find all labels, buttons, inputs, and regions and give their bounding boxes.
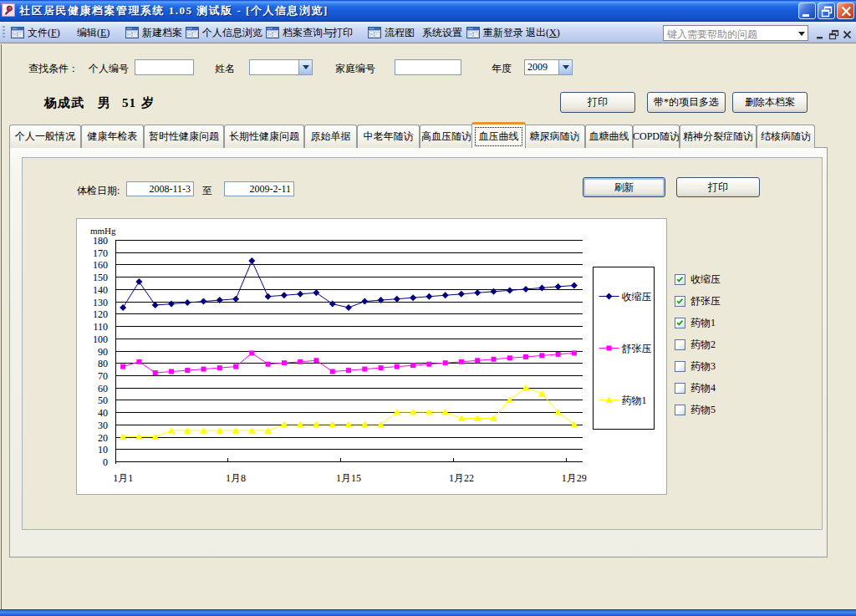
tab-label: 长期性健康问题 bbox=[229, 130, 299, 144]
series-toggle-row-药物2: 药物2 bbox=[675, 338, 716, 352]
date-from-input[interactable] bbox=[126, 181, 194, 196]
svg-text:180: 180 bbox=[93, 235, 108, 247]
form-icon bbox=[186, 26, 199, 39]
check-icon bbox=[675, 275, 685, 284]
tab-label: 血糖曲线 bbox=[589, 130, 629, 144]
family-id-input[interactable] bbox=[395, 59, 461, 75]
svg-text:110: 110 bbox=[93, 321, 108, 333]
exam-date-label: 体检日期: bbox=[77, 184, 120, 198]
tab-label: 结核病随访 bbox=[761, 130, 811, 144]
chart-groupbox: 体检日期: 至 刷新 打印 01020304050607080901001101… bbox=[22, 157, 823, 530]
svg-text:150: 150 bbox=[93, 272, 108, 283]
svg-text:170: 170 bbox=[93, 247, 108, 259]
tab-label: 暂时性健康问题 bbox=[149, 130, 219, 144]
svg-text:40: 40 bbox=[98, 407, 108, 419]
svg-text:20: 20 bbox=[98, 432, 108, 444]
svg-text:舒张压: 舒张压 bbox=[622, 343, 652, 354]
series-toggle-row-药物5: 药物5 bbox=[675, 403, 716, 417]
tab-长期性健康问题[interactable]: 长期性健康问题 bbox=[224, 125, 304, 148]
client-area: 查找条件： 个人编号 姓名 家庭编号 年度 2009 杨成武男51岁 打印 带*… bbox=[0, 44, 856, 609]
menu-item-3[interactable]: 个人信息浏览 bbox=[186, 23, 262, 42]
menu-item-4[interactable]: 档案查询与打印 bbox=[266, 23, 353, 42]
check-icon bbox=[675, 297, 685, 306]
mdi-close-button[interactable] bbox=[842, 29, 853, 40]
window-bottom-border bbox=[0, 609, 856, 616]
multiselect-button[interactable]: 带*的项目多选 bbox=[647, 92, 726, 113]
menu-item-label: 新建档案 bbox=[142, 26, 182, 40]
menu-item-0[interactable]: 文件(F) bbox=[11, 23, 60, 42]
tab-label: COPD随访 bbox=[633, 130, 680, 144]
checkbox-药物1-checked[interactable] bbox=[675, 318, 685, 328]
mdi-minimize-button[interactable] bbox=[815, 29, 826, 40]
search-prefix-label: 查找条件： bbox=[28, 62, 79, 76]
restore-button[interactable] bbox=[818, 3, 835, 19]
year-combobox[interactable]: 2009 bbox=[524, 59, 573, 75]
tab-健康年检表[interactable]: 健康年检表 bbox=[81, 125, 144, 148]
delete-record-button[interactable]: 删除本档案 bbox=[732, 92, 808, 113]
personal-id-input[interactable] bbox=[135, 59, 194, 75]
series-toggle-row-药物3: 药物3 bbox=[675, 359, 716, 374]
chevron-down-icon[interactable] bbox=[798, 32, 805, 39]
svg-text:1月15: 1月15 bbox=[336, 472, 361, 484]
checkbox-药物2-unchecked[interactable] bbox=[675, 339, 685, 350]
menu-item-2[interactable]: 新建档案 bbox=[125, 23, 182, 42]
series-toggle-label: 收缩压 bbox=[690, 272, 721, 287]
tab-page: 体检日期: 至 刷新 打印 01020304050607080901001101… bbox=[9, 147, 828, 557]
tab-暂时性健康问题[interactable]: 暂时性健康问题 bbox=[144, 125, 224, 148]
tab-strip: 个人一般情况健康年检表暂时性健康问题长期性健康问题原始单据中老年随访高血压随访血… bbox=[9, 122, 815, 148]
tab-血压曲线[interactable]: 血压曲线 bbox=[471, 122, 526, 148]
menu-item-1[interactable]: 编辑(E) bbox=[77, 23, 110, 42]
personal-id-label: 个人编号 bbox=[89, 62, 129, 76]
menu-item-label: 档案查询与打印 bbox=[283, 26, 353, 40]
svg-text:药物1: 药物1 bbox=[622, 395, 647, 406]
patient-info: 杨成武男51岁 bbox=[44, 95, 155, 111]
svg-text:100: 100 bbox=[93, 333, 108, 345]
date-to-input[interactable] bbox=[224, 181, 294, 196]
close-button[interactable] bbox=[837, 3, 854, 19]
series-toggle-row-舒张压: 舒张压 bbox=[675, 294, 721, 308]
minimize-button[interactable] bbox=[798, 3, 816, 19]
tab-个人一般情况[interactable]: 个人一般情况 bbox=[9, 125, 81, 148]
tab-COPD随访[interactable]: COPD随访 bbox=[633, 125, 680, 148]
chart-canvas: 0102030405060708090100110120130140150160… bbox=[77, 219, 666, 494]
date-to-word: 至 bbox=[202, 184, 212, 198]
chart-print-button[interactable]: 打印 bbox=[676, 177, 760, 197]
form-icon bbox=[368, 26, 381, 39]
checkbox-药物5-unchecked[interactable] bbox=[675, 405, 685, 415]
series-toggle-label: 舒张压 bbox=[690, 294, 721, 308]
menu-item-5[interactable]: 流程图 bbox=[368, 23, 415, 42]
year-combobox-value: 2009 bbox=[527, 61, 548, 74]
toolbar-grip[interactable] bbox=[3, 26, 5, 39]
svg-text:80: 80 bbox=[98, 358, 108, 369]
menu-item-label: 系统设置 bbox=[422, 26, 462, 40]
series-toggle-label: 药物3 bbox=[690, 359, 716, 374]
patient-name: 杨成武 bbox=[44, 96, 84, 109]
menu-item-7[interactable]: 重新登录 bbox=[466, 23, 523, 42]
year-combobox-arrow[interactable] bbox=[558, 60, 572, 74]
series-toggle-label: 药物1 bbox=[690, 316, 716, 330]
print-button[interactable]: 打印 bbox=[560, 92, 635, 113]
form-icon bbox=[125, 26, 139, 39]
name-combobox[interactable] bbox=[249, 59, 313, 75]
refresh-button[interactable]: 刷新 bbox=[583, 177, 665, 197]
name-combobox-arrow[interactable] bbox=[298, 60, 312, 74]
menu-item-8[interactable]: 退出(X) bbox=[526, 23, 560, 42]
tab-label: 精神分裂症随访 bbox=[683, 130, 753, 144]
tab-中老年随访[interactable]: 中老年随访 bbox=[357, 125, 420, 148]
tab-糖尿病随访[interactable]: 糖尿病随访 bbox=[524, 125, 585, 148]
help-search-combobox[interactable]: 键入需要帮助的问题 bbox=[663, 25, 808, 41]
tab-高血压随访[interactable]: 高血压随访 bbox=[420, 125, 473, 148]
mdi-restore-button[interactable] bbox=[828, 29, 839, 40]
tab-精神分裂症随访[interactable]: 精神分裂症随访 bbox=[680, 125, 757, 148]
svg-text:收缩压: 收缩压 bbox=[622, 291, 652, 303]
tab-结核病随访[interactable]: 结核病随访 bbox=[757, 125, 815, 148]
checkbox-药物3-unchecked[interactable] bbox=[675, 361, 685, 372]
checkbox-舒张压-checked[interactable] bbox=[675, 296, 685, 307]
tab-血糖曲线[interactable]: 血糖曲线 bbox=[585, 125, 633, 148]
checkbox-收缩压-checked[interactable] bbox=[675, 274, 685, 285]
tab-label: 个人一般情况 bbox=[15, 130, 75, 144]
checkbox-药物4-unchecked[interactable] bbox=[675, 383, 685, 394]
tab-原始单据[interactable]: 原始单据 bbox=[304, 125, 357, 148]
menu-item-6[interactable]: 系统设置 bbox=[422, 23, 462, 42]
app-icon bbox=[2, 3, 15, 17]
